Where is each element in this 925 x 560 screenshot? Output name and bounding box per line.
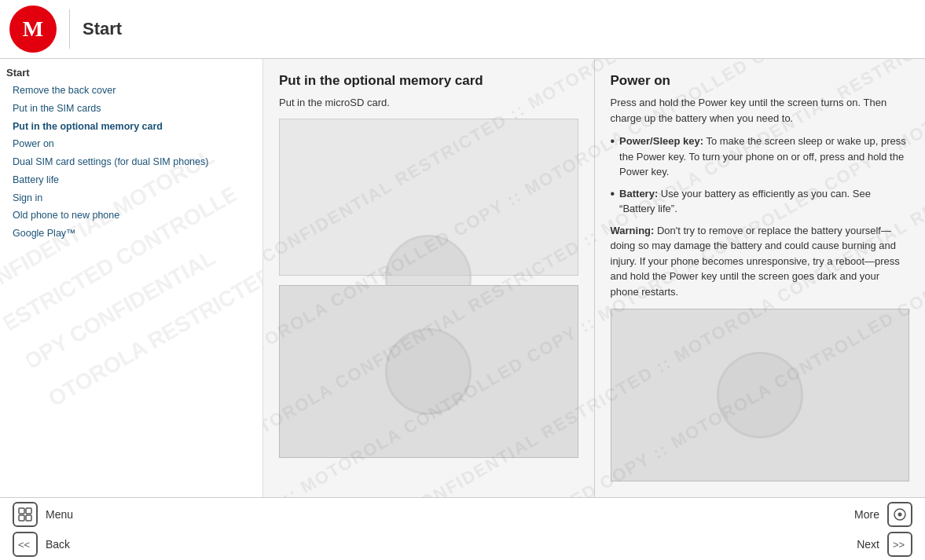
more-label: More: [854, 508, 879, 521]
sidebar-item-old-phone[interactable]: Old phone to new phone: [6, 207, 256, 225]
power-image-circle: [717, 352, 803, 438]
menu-button[interactable]: Menu: [13, 502, 276, 527]
bullet-text-2: Battery: Use your battery as efficiently…: [619, 186, 909, 217]
next-button[interactable]: Next >>: [857, 532, 912, 557]
svg-text:<<: <<: [18, 539, 30, 550]
back-label: Back: [46, 538, 70, 551]
back-button[interactable]: << Back: [13, 532, 276, 557]
svg-rect-0: [19, 508, 24, 514]
bullet-text-1: Power/Sleep key: To make the screen slee…: [619, 134, 909, 180]
bullet-dot-1: •: [611, 134, 615, 150]
bullet-item-power-sleep: • Power/Sleep key: To make the screen sl…: [611, 134, 910, 180]
sidebar-content: Start Remove the back cover Put in the S…: [6, 67, 256, 243]
svg-rect-2: [19, 515, 24, 521]
memory-card-image-bottom: [279, 285, 578, 458]
back-icon: <<: [13, 532, 38, 557]
more-icon: [887, 502, 912, 527]
power-on-image: [611, 309, 910, 481]
warning-body: Don't try to remove or replace the batte…: [611, 225, 900, 298]
bullet-item-battery: • Battery: Use your battery as efficient…: [611, 186, 910, 217]
bottom-toolbar: Menu << Back More Next: [0, 497, 925, 560]
page-title: Start: [83, 19, 122, 39]
image-circle-decoration-2: [385, 328, 472, 415]
menu-label: Menu: [46, 508, 73, 521]
right-section-intro: Press and hold the Power key until the s…: [611, 95, 910, 126]
sidebar-item-sign-in[interactable]: Sign in: [6, 189, 256, 207]
svg-text:>>: >>: [893, 539, 905, 550]
sidebar: CONFIDENTIAL MOTOROLARESTRICTED CONTROLL…: [0, 59, 263, 497]
toolbar-left: Menu << Back: [13, 502, 276, 557]
warning-text-block: Warning: Don't try to remove or replace …: [611, 223, 910, 300]
header-divider: [69, 9, 70, 49]
motorola-logo: M: [9, 5, 57, 53]
memory-card-image-top: [279, 119, 578, 276]
sidebar-item-power-on[interactable]: Power on: [6, 135, 256, 153]
sidebar-item-google-play[interactable]: Google Play™: [6, 225, 256, 243]
sidebar-item-sim-cards[interactable]: Put in the SIM cards: [6, 100, 256, 118]
content-right-panel: Power on Press and hold the Power key un…: [595, 59, 926, 497]
next-icon: >>: [887, 532, 912, 557]
more-button[interactable]: More: [854, 502, 912, 527]
svg-rect-3: [26, 515, 31, 521]
sidebar-item-remove-back-cover[interactable]: Remove the back cover: [6, 82, 256, 100]
toolbar-right: More Next >>: [276, 502, 912, 557]
sidebar-section-title: Start: [6, 67, 256, 79]
right-section-title: Power on: [611, 73, 910, 89]
content-left-panel: Put in the optional memory card Put in t…: [263, 59, 595, 497]
bullet-label-1: Power/Sleep key:: [619, 135, 703, 147]
bullet-body-2: Use your battery as efficiently as you c…: [619, 188, 871, 215]
svg-point-6: [898, 512, 902, 516]
warning-label: Warning:: [611, 225, 655, 236]
sidebar-item-memory-card[interactable]: Put in the optional memory card: [6, 118, 256, 136]
svg-rect-1: [26, 508, 31, 514]
sidebar-item-dual-sim[interactable]: Dual SIM card settings (for dual SIM pho…: [6, 153, 256, 171]
sidebar-item-battery-life[interactable]: Battery life: [6, 171, 256, 189]
header: M Start: [0, 0, 925, 59]
bullet-dot-2: •: [611, 186, 615, 203]
left-section-body: Put in the microSD card.: [279, 95, 578, 111]
next-label: Next: [857, 538, 879, 551]
left-section-title: Put in the optional memory card: [279, 73, 578, 89]
main-layout: CONFIDENTIAL MOTOROLARESTRICTED CONTROLL…: [0, 59, 925, 497]
content-area: CONFIDENTIAL :: MOTOROLA CONFIDENTIAL RE…: [263, 59, 925, 497]
bullet-list: • Power/Sleep key: To make the screen sl…: [611, 134, 910, 217]
bullet-label-2: Battery:: [619, 188, 658, 199]
menu-icon: [13, 502, 38, 527]
